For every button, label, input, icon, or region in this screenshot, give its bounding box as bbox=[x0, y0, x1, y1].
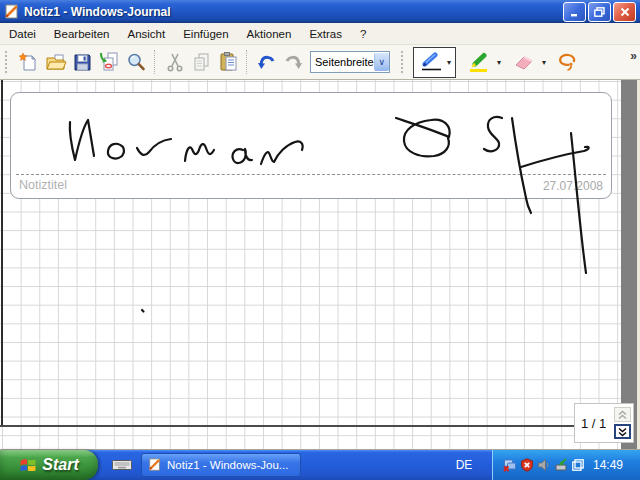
save-floppy-icon bbox=[72, 52, 93, 73]
open-button[interactable] bbox=[42, 49, 69, 76]
window-title: Notiz1 - Windows-Journal bbox=[24, 5, 563, 19]
journal-page-canvas[interactable]: Notiztitel 27.07.2008 1 / 1 bbox=[0, 80, 640, 450]
input-panel-keyboard-icon[interactable] bbox=[112, 458, 132, 472]
import-button[interactable] bbox=[96, 49, 123, 76]
toolbar-separator bbox=[154, 50, 157, 74]
eraser-tool-button[interactable] bbox=[509, 49, 539, 76]
menu-bar: Datei Bearbeiten Ansicht Einfügen Aktion… bbox=[0, 23, 640, 45]
display-windows-icon[interactable] bbox=[571, 458, 585, 472]
restore-button[interactable] bbox=[588, 2, 611, 22]
volume-icon[interactable] bbox=[537, 458, 551, 472]
redo-button bbox=[280, 49, 307, 76]
menu-help[interactable]: ? bbox=[351, 24, 375, 44]
menu-ansicht[interactable]: Ansicht bbox=[118, 24, 174, 44]
cut-button bbox=[161, 49, 188, 76]
open-folder-icon bbox=[45, 52, 67, 73]
minimize-icon bbox=[570, 7, 580, 17]
ink-stroke bbox=[142, 310, 144, 312]
menu-aktionen[interactable]: Aktionen bbox=[238, 24, 301, 44]
new-note-icon bbox=[18, 52, 39, 73]
close-button[interactable] bbox=[613, 2, 636, 22]
safely-remove-hardware-icon[interactable] bbox=[554, 458, 568, 472]
taskbar: Start Notiz1 - Windows-Jou... DE bbox=[0, 450, 640, 480]
zoom-combobox[interactable]: Seitenbreite ∨ bbox=[310, 51, 390, 73]
undo-button[interactable] bbox=[253, 49, 280, 76]
previous-page-button bbox=[614, 407, 631, 422]
toolbar-drag-handle[interactable] bbox=[5, 51, 11, 73]
note-title-placeholder: Notiztitel bbox=[19, 178, 67, 192]
page-left-edge bbox=[1, 80, 3, 426]
close-icon bbox=[620, 7, 630, 17]
taskbar-clock[interactable]: 14:49 bbox=[593, 458, 623, 472]
toolbar-drag-handle[interactable] bbox=[401, 51, 407, 73]
note-date: 27.07.2008 bbox=[543, 179, 603, 193]
restore-icon bbox=[594, 7, 605, 17]
highlighter-tool-button[interactable] bbox=[464, 49, 494, 76]
windows-flag-icon bbox=[19, 457, 37, 473]
title-dashed-line bbox=[16, 174, 606, 175]
eraser-icon bbox=[512, 52, 536, 72]
lasso-tool-button[interactable] bbox=[554, 49, 581, 76]
network-disconnected-icon[interactable] bbox=[503, 458, 517, 472]
undo-icon bbox=[256, 53, 277, 71]
toolbar-separator bbox=[246, 50, 249, 74]
redo-icon bbox=[283, 53, 304, 71]
pen-icon bbox=[418, 52, 444, 72]
taskbar-task-button[interactable]: Notiz1 - Windows-Jou... bbox=[141, 453, 301, 477]
system-tray: 14:49 bbox=[492, 450, 640, 480]
import-icon bbox=[99, 51, 121, 73]
lasso-icon bbox=[557, 52, 579, 73]
menu-bearbeiten[interactable]: Bearbeiten bbox=[45, 24, 119, 44]
copy-icon bbox=[191, 52, 212, 73]
copy-button bbox=[188, 49, 215, 76]
highlighter-icon bbox=[466, 52, 492, 73]
paste-button[interactable] bbox=[215, 49, 242, 76]
start-button[interactable]: Start bbox=[0, 450, 98, 480]
highlighter-dropdown-arrow-icon[interactable]: ▾ bbox=[497, 58, 501, 67]
menu-extras[interactable]: Extras bbox=[300, 24, 351, 44]
next-page-button[interactable] bbox=[614, 424, 631, 439]
page-indicator: 1 / 1 bbox=[581, 416, 614, 431]
cut-scissors-icon bbox=[165, 52, 185, 73]
zoom-combobox-value: Seitenbreite bbox=[311, 56, 374, 68]
pen-dropdown-arrow-icon[interactable]: ▾ bbox=[447, 58, 451, 67]
toolbar: Seitenbreite ∨ ▾ ▾ ▾ » bbox=[0, 45, 640, 80]
journal-app-icon bbox=[4, 4, 20, 20]
minimize-button[interactable] bbox=[563, 2, 586, 22]
menu-datei[interactable]: Datei bbox=[0, 24, 45, 44]
magnifier-icon bbox=[126, 52, 147, 73]
toolbar-overflow-chevron[interactable]: » bbox=[630, 49, 637, 63]
new-note-button[interactable] bbox=[15, 49, 42, 76]
language-indicator[interactable]: DE bbox=[449, 450, 479, 480]
chevron-double-down-icon bbox=[617, 427, 628, 437]
title-bar: Notiz1 - Windows-Journal bbox=[0, 0, 640, 23]
combobox-arrow-icon[interactable]: ∨ bbox=[374, 53, 389, 71]
page-view-button[interactable] bbox=[123, 49, 150, 76]
note-title-area[interactable]: Notiztitel 27.07.2008 bbox=[10, 92, 612, 199]
page-navigator: 1 / 1 bbox=[574, 403, 634, 443]
outside-page-area bbox=[621, 80, 637, 449]
chevron-double-up-icon bbox=[617, 410, 628, 420]
eraser-dropdown-arrow-icon[interactable]: ▾ bbox=[542, 58, 546, 67]
start-label: Start bbox=[42, 456, 78, 474]
pen-tool-button[interactable]: ▾ bbox=[413, 47, 456, 78]
task-button-label: Notiz1 - Windows-Jou... bbox=[167, 459, 288, 471]
paste-clipboard-icon bbox=[218, 51, 239, 73]
security-shield-icon[interactable] bbox=[520, 458, 534, 472]
page-bottom-edge bbox=[0, 425, 621, 427]
menu-einfuegen[interactable]: Einfügen bbox=[174, 24, 237, 44]
journal-app-icon bbox=[148, 458, 162, 472]
save-button[interactable] bbox=[69, 49, 96, 76]
